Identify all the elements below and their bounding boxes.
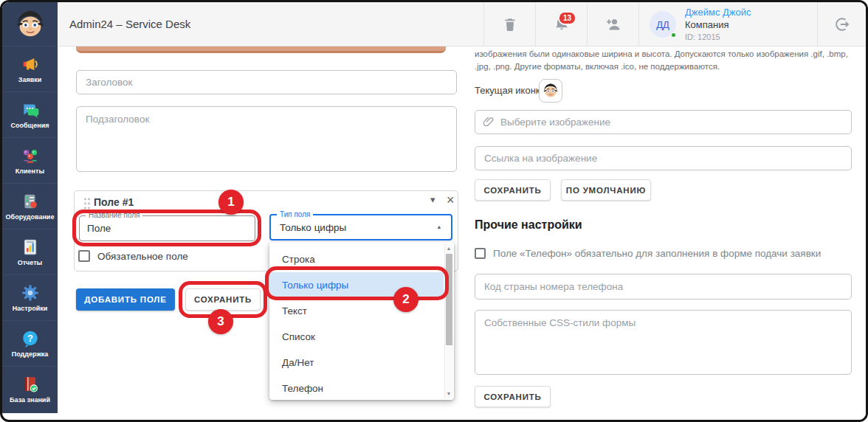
phone-required-checkbox[interactable]: [475, 248, 486, 259]
user-menu[interactable]: ДД Джеймс Джойс Компания ID: 12015: [638, 2, 817, 46]
save-image-button[interactable]: СОХРАНИТЬ: [475, 179, 551, 201]
dropdown-option-stroka[interactable]: Строка: [269, 246, 444, 272]
caret-up-icon: ▲: [436, 224, 441, 230]
user-name[interactable]: Джеймс Джойс: [685, 7, 751, 19]
field-type-select[interactable]: Тип поля Только цифры ▲: [269, 214, 452, 241]
sidebar-item-label: Сообщения: [11, 122, 49, 130]
dropdown-option-spisok[interactable]: Список: [269, 324, 444, 350]
add-user-button[interactable]: [587, 2, 638, 46]
sidebar-item-label: Настройки: [13, 305, 47, 313]
clients-icon: [21, 146, 40, 165]
sidebar-item-support[interactable]: ? Поддержка: [2, 321, 58, 367]
custom-css-textarea[interactable]: [475, 310, 852, 375]
gear-icon: [21, 283, 40, 302]
sidebar-item-label: Поддержка: [12, 351, 49, 359]
field-type-value: Только цифры: [280, 215, 346, 239]
chat-icon: [21, 100, 40, 120]
user-avatar: ДД: [650, 11, 676, 38]
sidebar-item-equipment[interactable]: Оборудование: [2, 184, 58, 229]
dropdown-option-telefon[interactable]: Телефон: [269, 376, 444, 401]
choose-image-field: [475, 110, 852, 134]
app-window: Заявки Сообщения Клиенты: [0, 0, 868, 422]
other-settings-title: Прочие настройки: [475, 218, 582, 232]
required-field-label: Обязательное поле: [97, 251, 188, 262]
online-status-dot: [670, 32, 677, 38]
image-link-input[interactable]: [475, 146, 852, 170]
avatar-face-icon: [542, 82, 559, 100]
scroll-up-icon[interactable]: ▲: [445, 246, 452, 251]
annotation-step-2: 2: [393, 287, 418, 312]
title-input[interactable]: [76, 70, 457, 94]
field-name-field: Название поля: [79, 215, 255, 241]
user-id: ID: 12015: [685, 32, 751, 42]
logout-icon: [833, 15, 852, 34]
sidebar-item-settings[interactable]: Настройки: [2, 275, 58, 321]
trash-icon: [502, 16, 518, 32]
sidebar-item-label: Оборудование: [6, 214, 55, 221]
logout-button[interactable]: [817, 2, 866, 46]
user-company: Компания: [685, 19, 751, 32]
svg-text:?: ?: [27, 333, 33, 344]
sidebar-item-messages[interactable]: Сообщения: [2, 92, 58, 138]
required-field-row: Обязательное поле: [78, 250, 188, 262]
current-icon-preview: [539, 79, 562, 103]
sidebar-item-reports[interactable]: Отчеты: [2, 229, 58, 275]
add-field-button[interactable]: ДОБАВИТЬ ПОЛЕ: [76, 288, 175, 311]
close-card-icon[interactable]: ×: [447, 193, 455, 208]
field-card-title: Поле #1: [94, 196, 134, 208]
sidebar-item-label: Заявки: [18, 77, 41, 84]
default-image-button[interactable]: ПО УМОЛЧАНИЮ: [561, 179, 651, 201]
sidebar-item-label: Клиенты: [16, 168, 44, 176]
equipment-icon: [21, 192, 40, 211]
required-field-checkbox[interactable]: [78, 250, 90, 262]
field-type-dropdown: Строка Только цифры Текст Список Да/Нет …: [269, 242, 454, 400]
clipped-highlight-bar: [76, 46, 446, 53]
annotation-step-3: 3: [208, 309, 233, 334]
scroll-down-icon[interactable]: ▼: [445, 391, 452, 396]
avatar-face-icon: [13, 7, 47, 41]
sidebar: Заявки Сообщения Клиенты: [2, 2, 58, 413]
sidebar-item-tickets[interactable]: Заявки: [2, 46, 58, 92]
collapse-card-icon[interactable]: ▾: [430, 194, 435, 205]
report-icon: [21, 238, 40, 257]
sidebar-item-clients[interactable]: Клиенты: [2, 138, 58, 184]
notification-badge: 13: [558, 11, 576, 25]
drag-handle-icon[interactable]: [83, 198, 91, 210]
app-title: Admin24 – Service Desk: [69, 2, 190, 46]
book-icon: [21, 375, 40, 394]
user-initials: ДД: [656, 19, 669, 30]
choose-image-input[interactable]: [475, 110, 852, 134]
country-code-input[interactable]: [475, 274, 852, 300]
subtitle-textarea[interactable]: [76, 106, 457, 172]
main-content: Поле #1 ▾ × Название поля 1 Тип поля Тол…: [58, 46, 866, 420]
sidebar-item-label: Отчеты: [18, 260, 43, 267]
sidebar-item-label: База знаний: [10, 397, 50, 404]
annotation-step-1: 1: [218, 190, 244, 215]
save-fields-button[interactable]: СОХРАНИТЬ: [185, 288, 261, 311]
phone-required-label: Поле «Телефон» обязательно для заполнени…: [493, 248, 821, 259]
save-settings-button[interactable]: СОХРАНИТЬ: [475, 386, 551, 407]
dropdown-option-da-net[interactable]: Да/Нет: [269, 350, 444, 376]
app-logo-avatar[interactable]: [2, 2, 58, 46]
megaphone-icon: [21, 55, 40, 74]
phone-required-row: Поле «Телефон» обязательно для заполнени…: [475, 248, 821, 259]
question-icon: ?: [21, 329, 40, 348]
field-name-label: Название поля: [86, 211, 142, 219]
paperclip-icon: [482, 115, 495, 128]
dropdown-scroll-thumb[interactable]: [446, 254, 452, 345]
sidebar-item-knowledge-base[interactable]: База знаний: [2, 367, 58, 412]
field-name-input[interactable]: [87, 221, 247, 235]
current-icon-label: Текущая иконка:: [475, 85, 548, 96]
image-requirements-note: изображения были одинаковые ширина и выс…: [475, 48, 856, 72]
notifications-button[interactable]: 13: [535, 2, 587, 46]
header: Admin24 – Service Desk 13: [58, 2, 866, 46]
trash-button[interactable]: [483, 2, 535, 46]
person-add-icon: [604, 15, 622, 33]
